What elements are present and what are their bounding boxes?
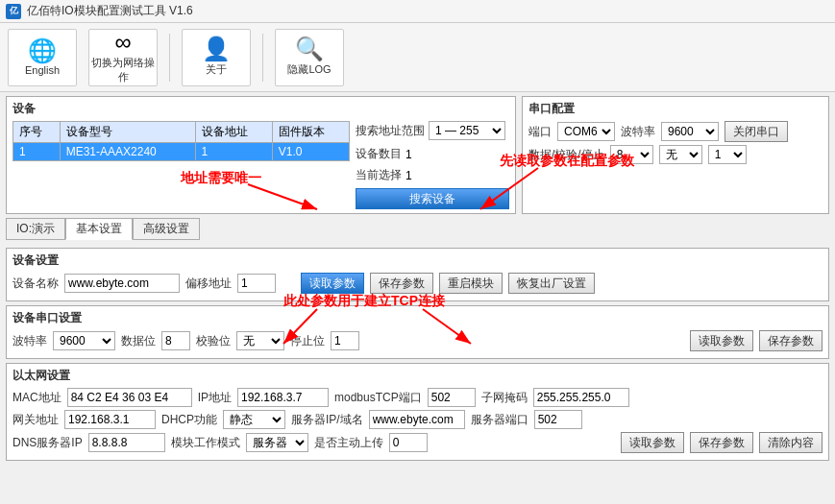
dns-label: DNS服务器IP [12,435,83,451]
device-name-label: 设备名称 [12,276,59,292]
tabs: IO:演示 基本设置 高级设置 [6,218,829,240]
col-header-model: 设备型号 [60,122,195,143]
ip-input[interactable] [237,388,329,407]
restart-button[interactable]: 重启模块 [439,273,503,294]
about-icon: 👤 [202,37,231,60]
gateway-input[interactable] [64,410,156,429]
auto-upload-input[interactable] [389,433,428,452]
tab-advanced-settings[interactable]: 高级设置 [133,218,200,240]
data-parity-stop-label: 数据/校验/停止 [528,147,604,163]
data-bits-input[interactable] [161,331,190,350]
parity-select2[interactable]: 无奇偶 [236,331,284,350]
search-range-label: 搜索地址范围 [356,123,425,139]
server-ip-label: 服务器IP/域名 [291,412,363,428]
table-row[interactable]: 1 ME31-AAAX2240 1 V1.0 [13,143,350,161]
device-table: 序号 设备型号 设备地址 固件版本 1 ME31-AAA [12,121,350,161]
parity-select[interactable]: 无奇偶 [659,145,702,164]
serial-read-btn[interactable]: 读取参数 [690,330,753,351]
modbus-port-input[interactable] [428,388,476,407]
serial-top-row: 端口 COM6COM1COM2 波特率 96001152004800 关闭串口 [528,121,823,142]
server-ip-input[interactable] [369,410,465,429]
col-header-addr: 设备地址 [195,122,272,143]
english-label: English [25,64,60,76]
device-count-label: 设备数目 [356,146,402,162]
mac-input[interactable] [67,388,192,407]
subnet-label: 子网掩码 [481,390,528,406]
ethernet-row2: 网关地址 DHCP功能 静态DHCP 服务器IP/域名 服务器端口 [12,410,823,429]
device-settings-row: 设备名称 偏移地址 读取参数 保存参数 重启模块 恢复出厂设置 [12,273,823,294]
network-icon: ∞ [114,31,131,54]
baud-rate-select[interactable]: 9600115200 [53,331,115,350]
about-label: 关于 [206,62,227,77]
subnet-input[interactable] [533,388,629,407]
ethernet-title: 以太网设置 [12,368,823,384]
cell-model: ME31-AAAX2240 [60,143,195,161]
eth-save-btn[interactable]: 保存参数 [690,432,753,453]
device-settings-section: 设备设置 设备名称 偏移地址 读取参数 保存参数 重启模块 恢复出厂设置 [6,248,829,301]
server-port-label: 服务器端口 [471,412,528,428]
serial-device-row: 波特率 9600115200 数据位 校验位 无奇偶 停止位 读取参数 保存参数 [12,330,823,351]
english-button[interactable]: 🌐 English [8,29,77,86]
serial-device-title: 设备串口设置 [12,310,823,326]
cell-addr: 1 [195,143,272,161]
col-header-fw: 固件版本 [272,122,349,143]
stop-bits-select[interactable]: 12 [708,145,747,164]
baud-label: 波特率 [621,124,655,140]
network-label: 切换为网络操作 [89,56,157,84]
top-row: 设备 序号 设备型号 设备地址 固件版本 [6,96,829,214]
dhcp-select[interactable]: 静态DHCP [223,410,285,429]
restore-button[interactable]: 恢复出厂设置 [508,273,595,294]
dns-input[interactable] [88,433,165,452]
main-content: 设备 序号 设备型号 设备地址 固件版本 [0,92,835,465]
ethernet-row1: MAC地址 IP地址 modbusTCP端口 子网掩码 [12,388,823,407]
hide-log-button[interactable]: 🔍 隐藏LOG [275,29,344,86]
current-selection-value: 1 [405,169,412,182]
baud-select[interactable]: 96001152004800 [661,122,719,141]
current-selection-label: 当前选择 [356,167,402,183]
current-selection-row: 当前选择 1 [356,167,509,183]
app-title: 亿佰特IO模块配置测试工具 V1.6 [27,3,193,19]
network-button[interactable]: ∞ 切换为网络操作 [88,29,158,86]
hide-log-label: 隐藏LOG [287,62,331,77]
device-count-row: 设备数目 1 [356,146,509,162]
device-count-value: 1 [405,148,412,161]
ethernet-section: 以太网设置 MAC地址 IP地址 modbusTCP端口 子网掩码 网关地址 D [6,363,829,461]
auto-upload-label: 是否主动上传 [314,435,383,451]
app-icon: 亿 [6,4,21,19]
dhcp-label: DHCP功能 [161,412,217,428]
search-device-button[interactable]: 搜索设备 [356,188,509,209]
stop-bits-input[interactable] [331,331,359,350]
toolbar: 🌐 English ∞ 切换为网络操作 👤 关于 🔍 隐藏LOG [0,23,835,92]
device-settings-title: 设备设置 [12,252,823,269]
serial-save-btn[interactable]: 保存参数 [759,330,823,351]
serial-section-title: 串口配置 [528,101,823,117]
offset-addr-label: 偏移地址 [185,276,232,292]
tab-basic-settings[interactable]: 基本设置 [65,218,133,240]
save-params-button[interactable]: 保存参数 [370,273,433,294]
close-serial-button[interactable]: 关闭串口 [724,121,788,142]
toolbar-divider-2 [262,34,263,82]
device-section: 设备 序号 设备型号 设备地址 固件版本 [6,96,516,214]
search-range-select[interactable]: 1 — 255 1 — 128 1 — 64 [429,121,505,140]
ethernet-row3: DNS服务器IP 模块工作模式 服务器客户端 是否主动上传 读取参数 保存参数 … [12,432,823,453]
data-bits-label: 数据位 [121,333,156,349]
tab-io-demo[interactable]: IO:演示 [6,218,65,240]
cell-fw: V1.0 [272,143,349,161]
toolbar-divider-1 [169,34,170,82]
port-select[interactable]: COM6COM1COM2 [557,122,615,141]
data-bits-select[interactable]: 87 [610,145,653,164]
offset-addr-input[interactable] [237,274,276,293]
device-name-input[interactable] [64,274,180,293]
baud-rate-label: 波特率 [12,333,47,349]
mac-label: MAC地址 [12,390,61,406]
serial-bottom-row: 数据/校验/停止 87 无奇偶 12 [528,145,823,164]
port-label: 端口 [528,124,552,140]
eth-read-btn[interactable]: 读取参数 [621,432,684,453]
about-button[interactable]: 👤 关于 [182,29,251,86]
read-params-button[interactable]: 读取参数 [301,273,364,294]
eth-clear-btn[interactable]: 清除内容 [759,432,823,453]
ip-label: IP地址 [198,390,232,406]
tabs-container: IO:演示 基本设置 高级设置 [6,218,829,244]
work-mode-select[interactable]: 服务器客户端 [246,433,308,452]
server-port-input[interactable] [534,410,582,429]
